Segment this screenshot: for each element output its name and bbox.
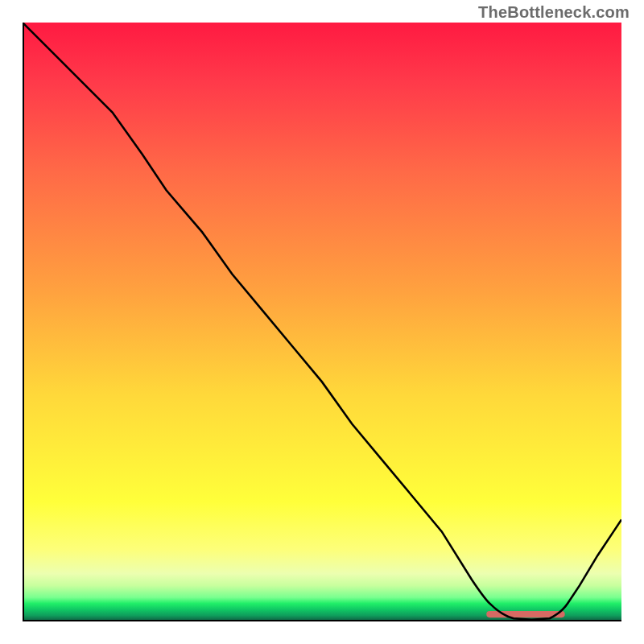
plot-area (23, 23, 621, 621)
bottleneck-curve (23, 23, 621, 620)
chart-svg (23, 23, 621, 621)
watermark-text: TheBottleneck.com (478, 3, 630, 22)
